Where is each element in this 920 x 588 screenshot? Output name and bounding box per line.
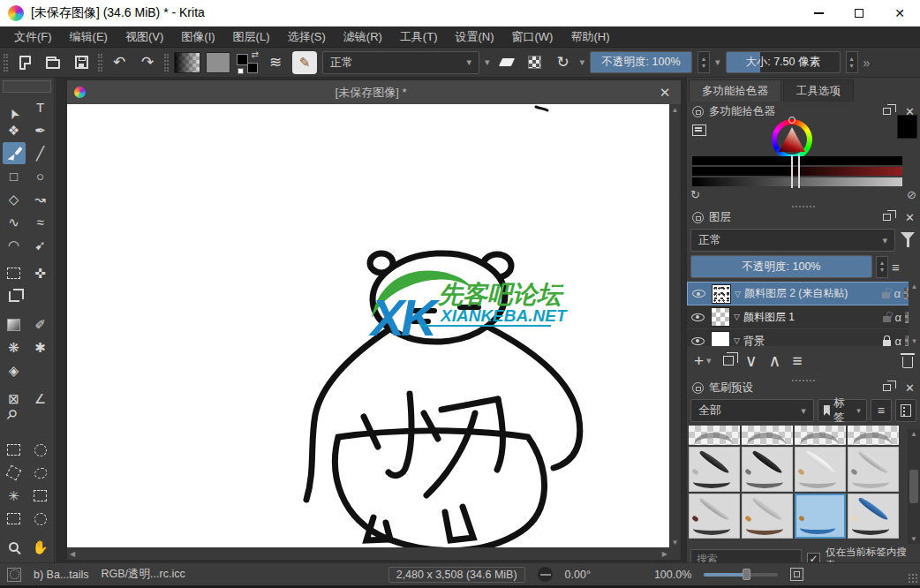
opacity-dropdown[interactable]: ▾ — [715, 57, 720, 68]
menu-item[interactable]: 滤镜(R) — [335, 26, 391, 48]
scroll-left-icon[interactable]: ◀ — [70, 550, 75, 558]
selection-mode-icon[interactable] — [7, 568, 21, 582]
edit-shapes-tool[interactable]: ❖ — [3, 119, 26, 141]
brush-preset-oil-brush[interactable] — [742, 494, 793, 539]
new-document-button[interactable] — [13, 50, 36, 75]
menu-item[interactable]: 图像(I) — [172, 26, 223, 48]
toolbar-grip[interactable] — [164, 54, 169, 72]
select-shapes-tool[interactable]: ➤ — [0, 92, 28, 122]
pan-tool[interactable]: ✋ — [29, 536, 52, 558]
layer-thumbnail[interactable] — [711, 331, 730, 346]
swap-colors-icon[interactable]: ⇄ — [252, 49, 259, 59]
duplicate-layer-button[interactable] — [723, 356, 734, 366]
smart-patch-tool[interactable]: ✱ — [29, 336, 52, 358]
layer-properties-button[interactable]: ≡ — [792, 351, 802, 371]
reload-dropdown[interactable]: ▾ — [580, 57, 585, 68]
preserve-alpha-button[interactable] — [524, 50, 547, 75]
menu-item[interactable]: 帮助(H) — [562, 26, 618, 48]
window-resize-grip[interactable] — [908, 573, 918, 584]
layer-name[interactable]: 颜料图层 1 — [743, 310, 880, 325]
colorize-mask-tool[interactable]: ❋ — [3, 336, 26, 358]
brush-preset-marker[interactable] — [742, 447, 793, 492]
scroll-up-icon[interactable]: ▲ — [672, 106, 679, 114]
polygon-tool[interactable]: ◇ — [3, 188, 26, 210]
subwindow-title-bar[interactable]: [未保存图像] * ✕ — [67, 80, 681, 104]
bezier-curve-tool[interactable]: ∿ — [3, 211, 26, 233]
close-button[interactable]: ✕ — [879, 0, 920, 26]
float-panel-icon[interactable] — [883, 384, 891, 391]
brush-preset-ink-pen[interactable] — [689, 447, 740, 492]
dock-tab[interactable]: 多功能拾色器 — [689, 79, 781, 102]
vertical-scrollbar[interactable]: ▲ ▼ — [669, 104, 681, 548]
scroll-down-icon[interactable]: ▼ — [672, 539, 679, 547]
background-color-swatch[interactable] — [247, 63, 258, 73]
blend-extra-dropdown[interactable]: ▾ — [485, 57, 490, 68]
panel-lock-icon[interactable] — [692, 212, 704, 223]
display-mode-button[interactable]: ≡ — [871, 399, 892, 422]
dock-tab[interactable]: 工具选项 — [783, 79, 854, 102]
layer-alpha-lock-icon[interactable]: α — [894, 335, 901, 347]
menu-item[interactable]: 设置(N) — [446, 26, 502, 48]
layer-name[interactable]: 颜料图层 2 (来自粘贴) — [744, 286, 879, 301]
minimize-button[interactable] — [798, 0, 839, 26]
float-panel-icon[interactable] — [883, 108, 891, 115]
layer-lock-icon[interactable] — [883, 316, 891, 322]
reset-colors-swatch[interactable] — [238, 68, 244, 74]
selector-settings-icon[interactable] — [692, 124, 706, 136]
ellipse-tool[interactable]: ○ — [29, 165, 52, 187]
gradient-chooser-swatch[interactable] — [174, 52, 200, 73]
menu-item[interactable]: 视图(V) — [117, 26, 172, 48]
blocked-icon[interactable]: ⊘ — [907, 188, 916, 201]
brush-preset-watercolor[interactable] — [795, 494, 846, 539]
scroll-right-icon[interactable]: ▶ — [662, 550, 667, 558]
brush-preset-cell-eraser[interactable] — [689, 426, 740, 445]
layer-blending-mode-combo[interactable]: 正常 ▾ — [690, 229, 895, 252]
crop-tool[interactable] — [3, 285, 26, 307]
brush-preset-cell-eraser[interactable] — [742, 426, 793, 445]
tag-button[interactable]: 标签 ▾ — [818, 399, 867, 422]
scroll-down-icon[interactable]: ▼ — [910, 535, 917, 543]
freehand-select-tool[interactable] — [29, 462, 52, 484]
color-sampler-tool[interactable]: ✐ — [29, 313, 52, 335]
scrollbar-thumb[interactable] — [909, 470, 918, 503]
brush-preview-icon[interactable] — [538, 567, 553, 582]
freehand-brush-tool[interactable] — [3, 142, 26, 164]
brush-preset-blue-pencil[interactable] — [848, 494, 899, 539]
zoom-tool[interactable] — [3, 536, 26, 558]
fg-select-tool[interactable] — [3, 508, 26, 530]
subwindow-close-button[interactable]: ✕ — [656, 85, 674, 101]
float-panel-icon[interactable] — [883, 214, 891, 221]
menu-item[interactable]: 编辑(E) — [61, 26, 117, 48]
layer-thumbnail[interactable] — [712, 284, 731, 304]
close-panel-icon[interactable]: ✕ — [905, 211, 915, 224]
rectangle-tool[interactable]: □ — [3, 165, 26, 187]
polygon-select-tool[interactable] — [3, 462, 26, 484]
measure-tool[interactable]: ∠ — [29, 388, 52, 410]
spin-down-icon[interactable]: ▾ — [880, 267, 884, 274]
brush-preset-fineliner[interactable] — [795, 447, 846, 492]
brush-preset-cell-eraser[interactable] — [848, 426, 899, 445]
reload-preset-button[interactable]: ↻ — [552, 50, 575, 75]
gradient-tool[interactable] — [3, 313, 26, 335]
layer-options-icon[interactable]: ≡ — [892, 260, 900, 275]
eraser-mode-button[interactable] — [495, 50, 518, 75]
spin-down-icon[interactable]: ▾ — [850, 63, 854, 70]
toolbar-grip[interactable] — [98, 54, 102, 72]
scroll-up-icon[interactable]: ▲ — [910, 430, 917, 438]
similar-select-tool[interactable]: ✳ — [3, 485, 26, 507]
brush-grid-scrollbar[interactable]: ▲ ▼ — [908, 429, 920, 544]
ellipse-select-tool[interactable] — [29, 439, 52, 461]
edit-brush-settings-button[interactable]: ✎ — [292, 51, 317, 74]
add-layer-dropdown[interactable]: ▾ — [706, 355, 712, 366]
fill-tool[interactable]: ◈ — [3, 359, 26, 381]
layer-alpha-lock-icon[interactable]: α — [894, 287, 901, 300]
undo-button[interactable]: ↶ — [108, 50, 131, 75]
menu-item[interactable]: 选择(S) — [278, 26, 334, 48]
rect-select-tool[interactable] — [3, 439, 26, 461]
transform-tool[interactable] — [3, 262, 26, 284]
save-button[interactable] — [70, 50, 93, 75]
toolbar-overflow-button[interactable]: » — [863, 56, 871, 70]
toolbox-handle[interactable] — [3, 80, 51, 93]
spin-down-icon[interactable]: ▾ — [702, 63, 705, 70]
dynamic-brush-tool[interactable]: ◠ — [3, 234, 26, 256]
